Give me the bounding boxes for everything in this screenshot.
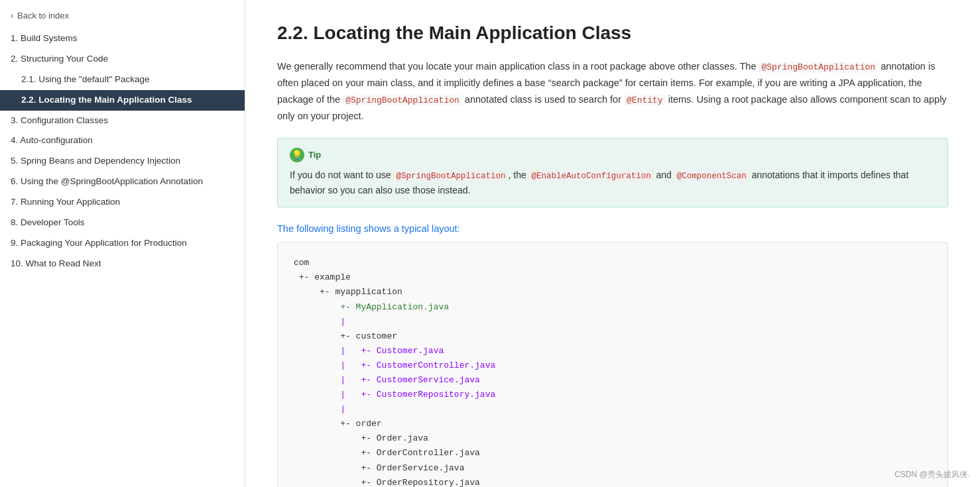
back-link[interactable]: ‹ Back to index (0, 5, 245, 28)
tip-text-part2: , the (508, 170, 528, 180)
sidebar-item-auto-configuration[interactable]: 4. Auto-configuration (0, 131, 245, 151)
code-line: +- myapplication (294, 285, 932, 299)
code-line: +- OrderController.java (294, 446, 932, 460)
code-line: | (294, 315, 932, 329)
main-content: 2.2. Locating the Main Application Class… (245, 0, 980, 487)
code-line: +- OrderService.java (294, 461, 932, 476)
tip-code2: @EnableAutoConfiguration (529, 171, 654, 182)
sidebar-item-running[interactable]: 7. Running Your Application (0, 192, 245, 213)
sidebar-item-spring-beans[interactable]: 5. Spring Beans and Dependency Injection (0, 151, 245, 172)
code-line: | +- CustomerController.java (294, 358, 932, 373)
tip-text-part1: If you do not want to use (290, 170, 393, 180)
code-line: | (294, 402, 932, 417)
tip-text-part3: and (654, 170, 674, 180)
code-line: +- example (294, 270, 932, 285)
code-line: | +- CustomerService.java (294, 373, 932, 388)
tip-box: 💡 Tip If you do not want to use @SpringB… (277, 138, 948, 207)
tip-text: If you do not want to use @SpringBootApp… (290, 168, 936, 197)
intro-paragraph: We generally recommend that you locate y… (277, 58, 948, 124)
listing-description: The following listing shows a typical la… (277, 223, 948, 234)
tip-label: Tip (308, 150, 321, 160)
back-link-label: Back to index (17, 11, 69, 21)
page-title: 2.2. Locating the Main Application Class (277, 21, 948, 45)
intro-code1: @SpringBootApplication (759, 62, 878, 73)
intro-text-part1: We generally recommend that you locate y… (277, 61, 759, 72)
tip-code1: @SpringBootApplication (393, 171, 508, 182)
sidebar-item-configuration-classes[interactable]: 3. Configuration Classes (0, 111, 245, 131)
code-line: com (294, 256, 932, 270)
nav-list: 1. Build Systems2. Structuring Your Code… (0, 28, 245, 274)
code-line: | +- Customer.java (294, 344, 932, 358)
tip-icon: 💡 (290, 148, 304, 162)
intro-code3: @Entity (624, 95, 666, 106)
sidebar-item-using-default-package[interactable]: 2.1. Using the "default" Package (0, 70, 245, 90)
code-line: +- Order.java (294, 431, 932, 446)
code-block: com +- example +- myapplication +- MyApp… (277, 242, 948, 487)
intro-code2: @SpringBootApplication (343, 95, 462, 106)
sidebar-item-build-systems[interactable]: 1. Build Systems (0, 28, 245, 49)
watermark: CSDN @秃头披风侠. (894, 469, 969, 480)
code-line: +- customer (294, 329, 932, 344)
sidebar-item-using-springbootapp[interactable]: 6. Using the @SpringBootApplication Anno… (0, 172, 245, 192)
sidebar: ‹ Back to index 1. Build Systems2. Struc… (0, 0, 245, 487)
code-line: | +- CustomerRepository.java (294, 388, 932, 402)
tip-code3: @ComponentScan (674, 171, 749, 182)
sidebar-item-structuring[interactable]: 2. Structuring Your Code (0, 49, 245, 70)
sidebar-item-packaging[interactable]: 9. Packaging Your Application for Produc… (0, 233, 245, 254)
tip-header: 💡 Tip (290, 148, 936, 162)
code-line: +- MyApplication.java (294, 300, 932, 315)
sidebar-item-locating-main[interactable]: 2.2. Locating the Main Application Class (0, 90, 245, 111)
sidebar-item-developer-tools[interactable]: 8. Developer Tools (0, 213, 245, 233)
back-arrow-icon: ‹ (11, 11, 13, 21)
sidebar-item-what-next[interactable]: 10. What to Read Next (0, 254, 245, 274)
code-line: +- OrderRepository.java (294, 476, 932, 487)
intro-text-part3: annotated class is used to search for (462, 94, 624, 105)
code-line: +- order (294, 417, 932, 431)
